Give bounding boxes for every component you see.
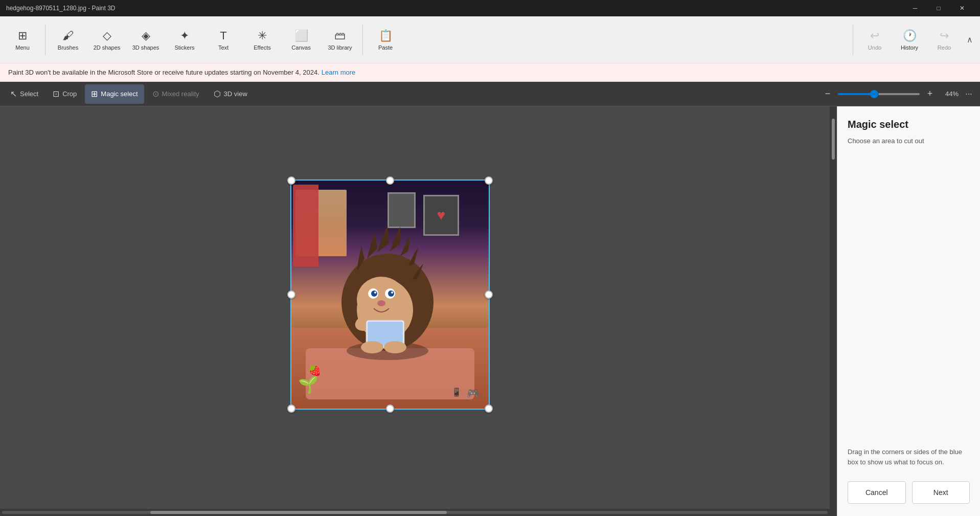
history-label: History (901, 44, 918, 51)
menu-button[interactable]: ⊞ Menu (4, 19, 41, 60)
shapes2d-label: 2D shapes (94, 44, 121, 51)
shapes2d-button[interactable]: ◇ 2D shapes (88, 19, 125, 60)
side-scrollbar-thumb[interactable] (832, 119, 835, 160)
crop-label: Crop (62, 90, 77, 98)
handle-bottom-center[interactable] (386, 405, 394, 413)
toolbar-separator-1 (45, 25, 45, 55)
bottom-scrollbar[interactable] (0, 509, 830, 516)
svg-point-6 (371, 290, 377, 297)
zoom-more-button[interactable]: ··· (962, 87, 976, 101)
zoom-in-button[interactable]: + (923, 87, 937, 101)
select-icon: ↖ (10, 89, 17, 99)
toolbar-separator-2 (362, 25, 363, 55)
menu-icon: ⊞ (18, 29, 27, 42)
maximize-button[interactable]: □ (927, 0, 950, 16)
notification-bar: Paint 3D won't be available in the Micro… (0, 63, 980, 82)
zoom-out-button[interactable]: − (821, 87, 835, 101)
zoom-percent: 44% (940, 90, 959, 98)
paste-icon: 📋 (379, 29, 393, 42)
close-button[interactable]: ✕ (950, 0, 974, 16)
brushes-label: Brushes (58, 44, 78, 51)
minimize-button[interactable]: ─ (903, 0, 927, 16)
crop-icon: ⊡ (53, 89, 59, 99)
handle-top-center[interactable] (386, 176, 394, 185)
library3d-label: 3D library (328, 44, 352, 51)
handle-bottom-right[interactable] (485, 405, 493, 413)
hedgehog-scene: ♥ (290, 180, 490, 410)
canvas-label: Canvas (291, 44, 310, 51)
stickers-button[interactable]: ✦ Stickers (166, 19, 203, 60)
collapse-button[interactable]: ∧ (964, 19, 976, 60)
library3d-icon: 🗃 (334, 29, 346, 42)
text-button[interactable]: T Text (205, 19, 242, 60)
history-icon: 🕐 (903, 29, 917, 42)
paste-button[interactable]: 📋 Paste (367, 19, 404, 60)
svg-point-18 (384, 341, 406, 353)
mixed-reality-icon: ⊙ (152, 89, 159, 99)
main-toolbar: ⊞ Menu 🖌 Brushes ◇ 2D shapes ◈ 3D shapes… (0, 16, 980, 63)
paste-label: Paste (378, 44, 393, 51)
shapes3d-label: 3D shapes (132, 44, 159, 51)
text-icon: T (220, 29, 226, 42)
menu-label: Menu (15, 44, 30, 51)
main-area: ♥ (0, 106, 980, 516)
redo-icon: ↪ (940, 29, 949, 42)
magic-select-tool[interactable]: ⊞ Magic select (85, 84, 144, 104)
title-bar-controls: ─ □ ✕ (903, 0, 974, 16)
panel-buttons: Cancel Next (848, 481, 970, 504)
handle-top-left[interactable] (287, 176, 295, 185)
svg-point-9 (391, 291, 393, 294)
redo-label: Redo (938, 44, 951, 51)
magic-select-label: Magic select (101, 90, 138, 98)
panel-title: Magic select (848, 119, 970, 130)
crop-tool[interactable]: ⊡ Crop (47, 84, 83, 104)
window-title: hedgehog-8970511_1280.jpg - Paint 3D (6, 5, 903, 12)
effects-icon: ✳ (258, 29, 267, 42)
cancel-button[interactable]: Cancel (848, 481, 906, 504)
scrollbar-track (2, 511, 828, 514)
select-tool[interactable]: ↖ Select (4, 84, 44, 104)
canvas-area[interactable]: ♥ (0, 106, 830, 516)
handle-middle-right[interactable] (485, 290, 493, 299)
history-button[interactable]: 🕐 History (894, 19, 925, 60)
side-scrollbar[interactable] (830, 106, 837, 516)
handle-middle-left[interactable] (287, 290, 295, 299)
svg-point-8 (374, 291, 376, 294)
secondary-toolbar: ↖ Select ⊡ Crop ⊞ Magic select ⊙ Mixed r… (0, 82, 980, 106)
next-button[interactable]: Next (912, 481, 970, 504)
view3d-label: 3D view (224, 90, 247, 98)
svg-point-7 (388, 290, 394, 297)
toolbar-separator-3 (853, 25, 853, 55)
stickers-icon: ✦ (180, 29, 189, 42)
svg-point-17 (361, 341, 383, 353)
redo-button[interactable]: ↪ Redo (929, 19, 960, 60)
canvas-icon: ⬜ (294, 29, 308, 42)
panel-description: Choose an area to cut out (848, 137, 970, 146)
panel-hint: Drag in the corners or sides of the blue… (848, 447, 970, 467)
view3d-tool[interactable]: ⬡ 3D view (208, 84, 254, 104)
canvas-button[interactable]: ⬜ Canvas (283, 19, 320, 60)
text-label: Text (218, 44, 229, 51)
svg-point-10 (377, 300, 385, 306)
handle-top-right[interactable] (485, 176, 493, 185)
notification-text: Paint 3D won't be available in the Micro… (8, 69, 320, 76)
effects-label: Effects (254, 44, 270, 51)
shapes3d-button[interactable]: ◈ 3D shapes (127, 19, 164, 60)
effects-button[interactable]: ✳ Effects (244, 19, 281, 60)
undo-icon: ↩ (870, 29, 879, 42)
learn-more-link[interactable]: Learn more (322, 69, 355, 76)
magic-select-icon: ⊞ (91, 89, 98, 99)
brushes-button[interactable]: 🖌 Brushes (50, 19, 86, 60)
title-bar: hedgehog-8970511_1280.jpg - Paint 3D ─ □… (0, 0, 980, 16)
scrollbar-thumb[interactable] (150, 511, 447, 514)
library3d-button[interactable]: 🗃 3D library (322, 19, 358, 60)
handle-bottom-left[interactable] (287, 405, 295, 413)
canvas-image: ♥ (290, 180, 490, 410)
mixed-reality-tool: ⊙ Mixed reality (146, 84, 206, 104)
undo-button[interactable]: ↩ Undo (859, 19, 890, 60)
shapes3d-icon: ◈ (142, 29, 150, 42)
zoom-slider[interactable] (838, 93, 920, 95)
shapes2d-icon: ◇ (103, 29, 111, 42)
image-container: ♥ (290, 180, 490, 410)
right-panel: Magic select Choose an area to cut out D… (837, 106, 980, 516)
